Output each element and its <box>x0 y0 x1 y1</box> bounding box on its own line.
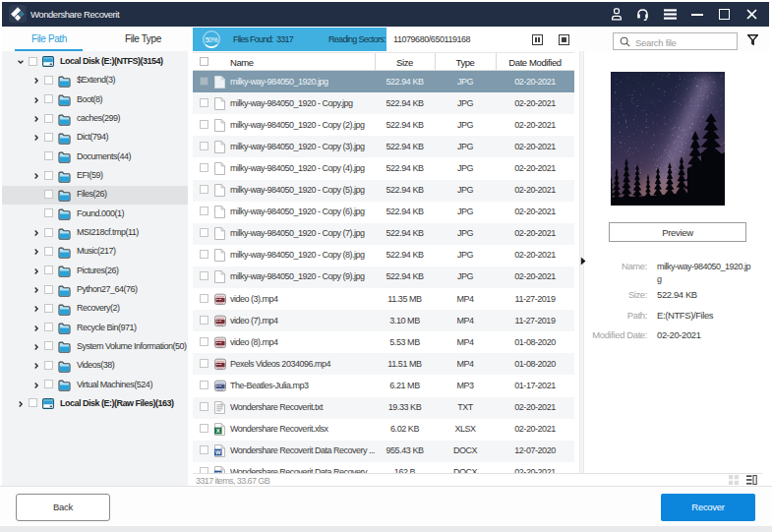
svg-text:X: X <box>216 428 220 434</box>
svg-text:50%: 50% <box>206 36 218 43</box>
svg-text:W: W <box>215 449 221 455</box>
